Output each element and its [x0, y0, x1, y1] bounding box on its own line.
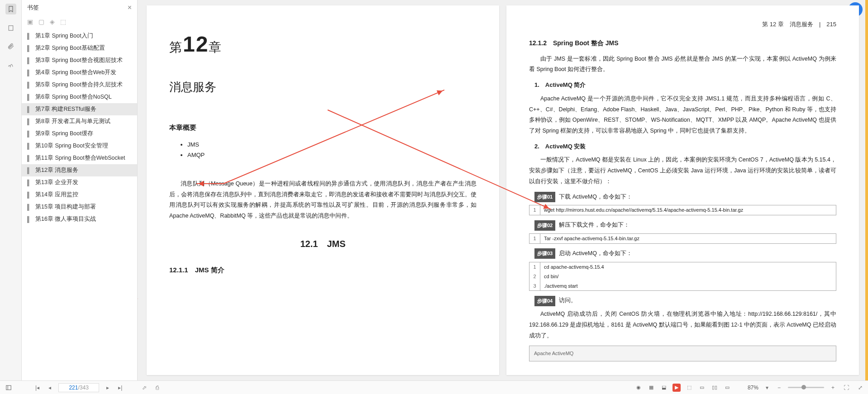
toc-heading: 本章概要 [169, 121, 477, 134]
chevron-down-icon[interactable]: ▾ [764, 385, 770, 391]
layout-icon[interactable] [4, 385, 14, 391]
tray-icon[interactable]: ⬓ [660, 384, 668, 392]
step-text: 下载 ActiveMQ，命令如下： [559, 192, 632, 203]
step-text: 访问。 [559, 295, 577, 306]
sidebar-item[interactable]: ▌第15章 项目构建与部署 [22, 201, 137, 213]
sidebar-item[interactable]: ▌第11章 Spring Boot整合WebSocket [22, 152, 137, 164]
sidebar-item[interactable]: ▌第12章 消息服务 [22, 164, 137, 176]
step-row: 步骤04访问。 [534, 295, 836, 306]
annotation-arrow [138, 213, 138, 299]
line-number: 3 [529, 281, 540, 291]
tray-icon[interactable]: ▭ [723, 384, 731, 392]
sidebar-item[interactable]: ▌第8章 开发者工具与单元测试 [22, 115, 137, 128]
zoom-slider[interactable] [788, 387, 824, 388]
sidebar-item[interactable]: ▌第14章 应用监控 [22, 189, 137, 201]
tray-icon[interactable]: ▭ [698, 384, 706, 392]
step-badge: 步骤01 [534, 192, 555, 202]
step-row: 步骤01下载 ActiveMQ，命令如下： [534, 192, 836, 203]
step-text: 解压下载文件，命令如下： [559, 220, 630, 231]
sidebar-item[interactable]: ▌第6章 Spring Boot整合NoSQL [22, 91, 137, 103]
code-line: cd apache-activemq-5.15.4 [540, 262, 836, 272]
prev-page-icon[interactable]: ◂ [47, 385, 53, 391]
sidebar-item-label: 第6章 Spring Boot整合NoSQL [35, 93, 112, 101]
line-number: 1 [529, 234, 540, 243]
zoom-in-icon[interactable]: + [830, 385, 836, 391]
collapse-icon[interactable]: ▢ [38, 18, 44, 25]
print-icon[interactable]: ⎙ [154, 385, 161, 391]
section-heading: 12.1 JMS [169, 235, 477, 252]
toc-item: JMS [187, 139, 477, 150]
sidebar-item[interactable]: ▌第7章 构建RESTful服务 [22, 103, 137, 115]
tray-icon[interactable]: ▦ [647, 384, 655, 392]
line-number: 1 [529, 262, 540, 272]
sidebar-item-label: 第15章 项目构建与部署 [35, 203, 96, 211]
code-block: 1cd apache-activemq-5.15.42cd bin/3./act… [529, 262, 836, 291]
export-icon[interactable]: ⬀ [140, 385, 148, 391]
sidebar-item-label: 第14章 应用监控 [35, 191, 78, 199]
sidebar-item[interactable]: ▌第5章 Spring Boot整合持久层技术 [22, 79, 137, 91]
bookmark-item-icon: ▌ [27, 143, 33, 149]
zoom-out-icon[interactable]: − [776, 385, 782, 391]
close-icon[interactable]: × [128, 4, 132, 12]
bookmark-item-icon: ▌ [27, 57, 33, 64]
fullscreen-icon[interactable]: ⤢ [856, 385, 864, 391]
browser-thumbnail: Apache ActiveMQ [529, 346, 836, 361]
next-page-icon[interactable]: ▸ [105, 385, 111, 391]
left-rail [0, 0, 22, 380]
sub-heading: 1. ActiveMQ 简介 [534, 80, 836, 91]
expand-icon[interactable]: ▣ [27, 18, 33, 25]
page-header: 第 12 章 消息服务 | 215 [762, 19, 836, 30]
zoom-value: 87% [748, 385, 758, 391]
bookmark-item-icon: ▌ [27, 192, 33, 198]
toc-item: AMQP [187, 150, 477, 160]
sidebar-title: 书签 [27, 4, 39, 12]
sidebar-item-label: 第3章 Spring Boot整合视图层技术 [35, 57, 123, 64]
sidebar-item[interactable]: ▌第1章 Spring Boot入门 [22, 30, 137, 42]
step-badge: 步骤02 [534, 220, 555, 231]
sub-heading: 2. ActiveMQ 安装 [534, 141, 836, 152]
body-text: Apache ActiveMQ 是一个开源的消息中间件，它不仅完全支持 JMS1… [529, 94, 836, 137]
annotation-arrow [196, 183, 224, 184]
bookmark-item-icon: ▌ [27, 33, 33, 39]
page-icon[interactable] [6, 24, 15, 33]
code-line: Tar -zxvf apache-activemq-5.15.4-bin.tar… [540, 234, 836, 243]
sidebar-item[interactable]: ▌第9章 Spring Boot缓存 [22, 128, 137, 140]
bookmark-ribbon-icon[interactable]: ⬚ [60, 18, 66, 25]
bookmark-item-icon: ▌ [27, 106, 33, 113]
sidebar-item-label: 第11章 Spring Boot整合WebSocket [35, 154, 125, 162]
sidebar-item[interactable]: ▌第10章 Spring Boot安全管理 [22, 140, 137, 152]
step-badge: 步骤04 [534, 296, 555, 306]
tray-icon[interactable]: ▶ [672, 384, 681, 392]
fit-page-icon[interactable]: ⛶ [842, 385, 851, 391]
sidebar-item[interactable]: ▌第3章 Spring Boot整合视图层技术 [22, 54, 137, 66]
code-block: 1Tar -zxvf apache-activemq-5.15.4-bin.ta… [529, 233, 836, 244]
chapter-number: 第12章 [169, 24, 477, 65]
bookmark-item-icon: ▌ [27, 155, 33, 161]
page-input[interactable]: 221/343 [58, 383, 99, 392]
sidebar-toolbar: ▣ ▢ ◈ ⬚ [22, 15, 137, 28]
bookmark-sidebar: 书签 × ▣ ▢ ◈ ⬚ ▌第1章 Spring Boot入门▌第2章 Spri… [22, 0, 138, 380]
tray-icon[interactable]: ⬚ [685, 384, 693, 392]
intro-paragraph: 消息队列（Message Queue）是一种进程间或者线程间的异步通信方式，使用… [169, 179, 477, 222]
sidebar-item[interactable]: ▌第13章 企业开发 [22, 176, 137, 189]
sidebar-item[interactable]: ▌第4章 Spring Boot整合Web开发 [22, 66, 137, 79]
page-viewer: 译 第12章 消息服务 本章概要 JMSAMQP 消息队列（Message Qu… [138, 0, 868, 380]
tray-icon[interactable]: ▯▯ [711, 384, 719, 392]
last-page-icon[interactable]: ▸| [116, 385, 124, 391]
bookmark-add-icon[interactable]: ◈ [50, 18, 55, 25]
tray-icon[interactable]: ◉ [634, 384, 643, 392]
sidebar-item[interactable]: ▌第2章 Spring Boot基础配置 [22, 42, 137, 54]
bookmark-item-icon: ▌ [27, 70, 33, 76]
sidebar-item[interactable]: ▌第16章 微人事项目实战 [22, 213, 137, 225]
code-block: 1wget http://mirrors.hust.edu.cn/apache/… [529, 205, 836, 215]
signature-icon[interactable] [6, 60, 15, 69]
sidebar-item-label: 第8章 开发者工具与单元测试 [35, 118, 110, 125]
bookmark-item-icon: ▌ [27, 82, 33, 88]
bookmark-icon[interactable] [5, 4, 16, 14]
first-page-icon[interactable]: |◂ [33, 385, 41, 391]
sidebar-item-label: 第13章 企业开发 [35, 179, 78, 186]
bookmark-item-icon: ▌ [27, 167, 33, 174]
scrollbar-indicator[interactable] [865, 0, 868, 380]
attachment-icon[interactable] [6, 42, 15, 51]
code-line: ./activemq start [540, 281, 836, 291]
